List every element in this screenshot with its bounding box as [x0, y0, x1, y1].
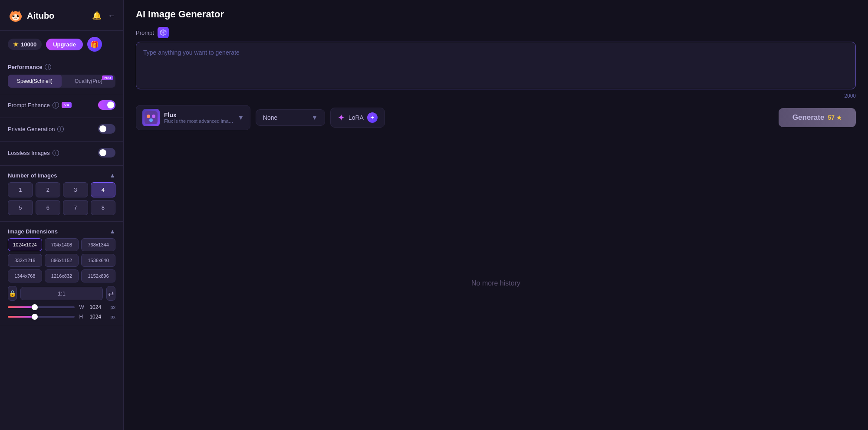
logo-icon	[8, 8, 23, 23]
dim-btn-896x1152[interactable]: 896x1152	[45, 254, 79, 267]
private-generation-info-icon[interactable]: i	[57, 126, 64, 132]
dimensions-chevron-icon: ▲	[109, 228, 115, 235]
dimensions-grid: 1024x1024 704x1408 768x1344 832x1216 896…	[8, 238, 115, 282]
model-thumbnail	[142, 109, 160, 126]
model-selector[interactable]: Flux Flux is the most advanced image gen…	[136, 105, 250, 130]
height-unit: px	[110, 314, 115, 319]
lossless-info-icon[interactable]: i	[53, 150, 59, 156]
lossless-images-section: Lossless Images i	[0, 142, 123, 166]
credits-badge: ★ 10000	[8, 39, 42, 50]
credits-row: ★ 10000 Upgrade 🎁	[0, 31, 123, 58]
upgrade-button[interactable]: Upgrade	[46, 39, 83, 50]
svg-point-7	[18, 15, 19, 16]
generate-cost-value: 57	[828, 114, 835, 121]
back-button[interactable]: ←	[108, 11, 115, 20]
width-slider-thumb	[32, 304, 38, 310]
speed-button[interactable]: Speed(Schnell)	[8, 75, 62, 88]
num-btn-5[interactable]: 5	[8, 200, 33, 215]
num-btn-1[interactable]: 1	[8, 182, 33, 197]
v4-badge: V4	[62, 102, 72, 108]
style-selector[interactable]: None ▼	[256, 109, 325, 126]
number-grid: 1 2 3 4 5 6 7 8	[8, 182, 115, 215]
svg-point-10	[147, 115, 150, 118]
num-btn-8[interactable]: 8	[91, 200, 116, 215]
prompt-textarea[interactable]	[136, 42, 856, 89]
dim-btn-704x1408[interactable]: 704x1408	[45, 238, 79, 251]
cube-icon	[158, 27, 169, 38]
num-btn-4[interactable]: 4	[91, 182, 116, 197]
sparkle-icon: ✦	[338, 112, 345, 123]
svg-rect-9	[145, 111, 158, 124]
notification-button[interactable]: 🔔	[92, 11, 102, 20]
svg-point-11	[152, 115, 155, 118]
history-empty-label: No more history	[471, 279, 520, 287]
width-label: W	[79, 304, 85, 310]
height-value: 1024	[89, 314, 106, 320]
svg-point-5	[17, 15, 19, 17]
ratio-row: 🔒 ⇄	[8, 286, 115, 301]
pro-badge: PRO	[102, 75, 113, 80]
lossless-images-label: Lossless Images i	[8, 150, 59, 156]
private-generation-toggle[interactable]	[98, 124, 115, 134]
height-slider-row: H 1024 px	[8, 314, 115, 320]
model-name: Flux	[164, 112, 233, 118]
image-dimensions-header[interactable]: Image Dimensions ▲	[8, 228, 115, 235]
dim-btn-1024x1024[interactable]: 1024x1024	[8, 238, 42, 251]
lora-button[interactable]: ✦ LoRA +	[330, 108, 385, 128]
model-info: Flux Flux is the most advanced image gen…	[164, 112, 233, 124]
dim-btn-1216x832[interactable]: 1216x832	[45, 269, 79, 282]
number-of-images-header[interactable]: Number of Images ▲	[8, 172, 115, 179]
generate-star-icon: ★	[836, 114, 842, 121]
generate-button[interactable]: Generate 57 ★	[779, 108, 856, 127]
prompt-enhance-toggle[interactable]	[98, 100, 115, 110]
dim-btn-832x1216[interactable]: 832x1216	[8, 254, 42, 267]
width-slider-track[interactable]	[8, 306, 75, 308]
swap-button[interactable]: ⇄	[106, 286, 115, 301]
num-btn-6[interactable]: 6	[36, 200, 61, 215]
lossless-toggle[interactable]	[98, 148, 115, 158]
private-generation-row: Private Generation i	[8, 124, 115, 134]
num-btn-7[interactable]: 7	[63, 200, 88, 215]
lock-button[interactable]: 🔒	[8, 286, 17, 301]
width-unit: px	[110, 305, 115, 310]
lora-label: LoRA	[349, 114, 364, 121]
sidebar: Aitubo 🔔 ← ★ 10000 Upgrade 🎁 Performance…	[0, 0, 124, 430]
main-content: AI Image Generator Prompt 2000	[124, 0, 868, 430]
prompt-label-row: Prompt	[136, 27, 856, 38]
dim-btn-1536x640[interactable]: 1536x640	[81, 254, 115, 267]
logo-area: Aitubo	[8, 8, 54, 23]
num-btn-3[interactable]: 3	[63, 182, 88, 197]
number-chevron-icon: ▲	[109, 172, 115, 179]
gift-button[interactable]: 🎁	[87, 37, 102, 52]
dim-btn-1344x768[interactable]: 1344x768	[8, 269, 42, 282]
style-chevron-icon: ▼	[312, 114, 318, 121]
dim-btn-768x1344[interactable]: 768x1344	[81, 238, 115, 251]
height-slider-track[interactable]	[8, 316, 75, 318]
header-icons: 🔔 ←	[92, 11, 115, 20]
performance-buttons: Speed(Schnell) Quality(Pro) PRO	[8, 75, 115, 88]
svg-point-6	[13, 15, 14, 16]
prompt-label-text: Prompt	[136, 30, 154, 36]
gift-icon: 🎁	[90, 40, 99, 49]
prompt-enhance-row: Prompt Enhance i V4	[8, 100, 115, 110]
height-label: H	[79, 314, 85, 320]
prompt-enhance-info-icon[interactable]: i	[53, 102, 59, 108]
svg-point-12	[149, 118, 153, 122]
performance-info-icon[interactable]: i	[45, 64, 51, 70]
char-count: 2000	[136, 93, 856, 99]
app-name: Aitubo	[27, 11, 54, 21]
performance-section: Performance i Speed(Schnell) Quality(Pro…	[0, 58, 123, 94]
lossless-images-row: Lossless Images i	[8, 148, 115, 158]
ratio-input[interactable]	[20, 287, 103, 300]
page-title: AI Image Generator	[136, 9, 856, 20]
private-generation-label: Private Generation i	[8, 126, 64, 132]
style-label: None	[263, 114, 307, 121]
quality-button[interactable]: Quality(Pro) PRO	[62, 75, 115, 88]
star-icon: ★	[13, 41, 19, 48]
dim-btn-1152x896[interactable]: 1152x896	[81, 269, 115, 282]
height-slider-thumb	[32, 314, 38, 320]
prompt-enhance-thumb	[107, 102, 114, 108]
svg-point-4	[13, 15, 15, 17]
swap-icon: ⇄	[108, 289, 114, 298]
num-btn-2[interactable]: 2	[36, 182, 61, 197]
